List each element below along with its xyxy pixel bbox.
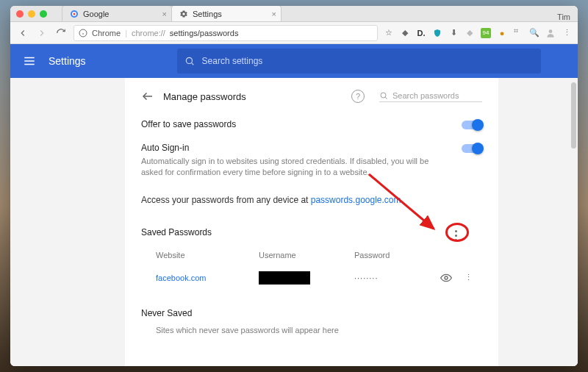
profile-user-label[interactable]: Tim — [557, 12, 570, 21]
annotation-circle — [445, 223, 469, 242]
window-minimize-button[interactable] — [28, 10, 35, 18]
passwords-search[interactable] — [379, 91, 482, 102]
ext-icon-2[interactable]: ◆ — [465, 28, 475, 38]
svg-point-13 — [381, 93, 386, 98]
reload-button[interactable] — [54, 26, 68, 40]
profile-avatar-icon[interactable] — [545, 28, 556, 38]
tab-strip: Google × Settings × Tim — [10, 6, 578, 22]
svg-point-2 — [74, 12, 76, 15]
never-saved-title: Never Saved — [141, 308, 482, 318]
extension-icons: ☆ ◆ D. ⬇ ◆ 94 ● 🔍 ⋮ — [384, 28, 572, 38]
saved-passwords-title: Saved Passwords — [141, 227, 212, 237]
url-field[interactable]: Chrome | chrome://settings/passwords — [74, 25, 378, 41]
page-title: Manage passwords — [163, 91, 343, 102]
annotation-arrow-icon — [363, 170, 444, 236]
col-password: Password — [354, 251, 435, 260]
search-icon — [379, 91, 388, 100]
ext-drop-icon[interactable]: ● — [497, 28, 507, 38]
tab-label: Google — [83, 10, 164, 18]
url-path: settings/passwords — [170, 29, 239, 37]
table-row: facebook.com ········ ⋮ — [141, 265, 482, 290]
browser-window: Google × Settings × Tim — [10, 6, 578, 366]
ext-badge-icon[interactable]: 94 — [481, 28, 491, 38]
svg-point-6 — [549, 29, 553, 33]
tab-google[interactable]: Google × — [62, 6, 172, 21]
gear-favicon-icon — [179, 10, 188, 18]
offer-save-label: Offer to save passwords — [141, 119, 236, 129]
settings-search-input[interactable] — [202, 56, 534, 66]
ext-d-icon[interactable]: D. — [416, 28, 426, 38]
svg-line-15 — [369, 174, 434, 229]
settings-header: Settings — [10, 44, 578, 78]
never-saved-desc: Sites which never save passwords will ap… — [141, 318, 482, 335]
passwords-search-input[interactable] — [392, 91, 482, 100]
site-link[interactable]: facebook.com — [156, 273, 259, 282]
forward-button[interactable] — [35, 26, 49, 40]
scrollbar-track[interactable] — [569, 78, 578, 366]
close-icon[interactable]: × — [272, 10, 276, 18]
auto-signin-label: Auto Sign-in — [141, 143, 435, 153]
auto-signin-toggle[interactable] — [462, 144, 482, 153]
address-bar: Chrome | chrome://settings/passwords ☆ ◆… — [10, 22, 578, 44]
password-masked: ········ — [354, 273, 435, 282]
offer-save-toggle[interactable] — [462, 121, 482, 129]
ext-icon[interactable]: ◆ — [400, 28, 410, 38]
ext-shield-icon[interactable] — [432, 28, 442, 38]
settings-title: Settings — [49, 55, 86, 67]
access-passwords-text: Access your passwords from any device at — [141, 195, 311, 205]
search-ext-icon[interactable]: 🔍 — [529, 28, 539, 38]
download-icon[interactable]: ⬇ — [448, 28, 459, 38]
chrome-menu-icon[interactable]: ⋮ — [562, 28, 572, 38]
table-header: Website Username Password — [141, 245, 482, 265]
tab-label: Settings — [193, 10, 273, 18]
back-button[interactable] — [16, 26, 29, 40]
help-icon[interactable]: ? — [351, 90, 365, 103]
window-close-button[interactable] — [16, 10, 24, 18]
url-scheme-label: Chrome — [92, 29, 121, 37]
url-path-dim: chrome:// — [132, 29, 165, 37]
bookmark-icon[interactable]: ☆ — [384, 28, 394, 38]
username-redacted — [259, 271, 310, 285]
scrollbar-thumb[interactable] — [571, 82, 576, 149]
svg-point-16 — [445, 276, 448, 279]
window-zoom-button[interactable] — [40, 10, 47, 18]
settings-search[interactable] — [177, 49, 541, 74]
google-favicon-icon — [70, 10, 79, 18]
close-icon[interactable]: × — [162, 10, 167, 18]
col-username: Username — [259, 251, 354, 260]
site-info-icon[interactable] — [79, 29, 87, 37]
tab-settings[interactable]: Settings × — [171, 6, 282, 21]
search-icon — [184, 56, 195, 66]
row-menu-icon[interactable]: ⋮ — [457, 273, 479, 282]
passwords-card: Manage passwords ? Offer to save passwor… — [125, 78, 498, 366]
svg-point-10 — [186, 57, 192, 63]
back-arrow-icon[interactable] — [141, 90, 154, 103]
svg-line-14 — [385, 97, 387, 99]
svg-line-11 — [191, 63, 193, 65]
col-website: Website — [156, 251, 259, 260]
reveal-password-icon[interactable] — [435, 272, 457, 284]
dropbox-icon[interactable] — [513, 28, 523, 38]
hamburger-menu-icon[interactable] — [21, 54, 38, 68]
